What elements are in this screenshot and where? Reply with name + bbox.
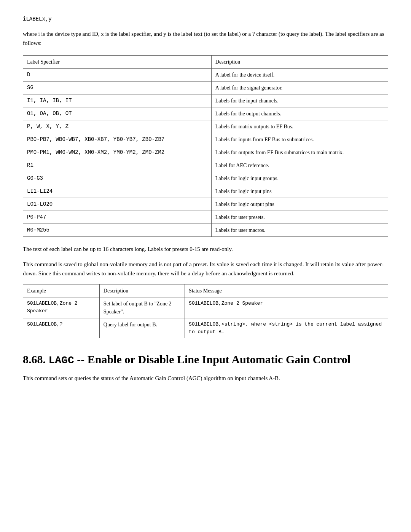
example-table-row: S01LABELOB,Zone 2 SpeakerSet label of ou… bbox=[23, 297, 388, 318]
intro-paragraph: where i is the device type and ID, x is … bbox=[23, 29, 388, 48]
command-syntax: iLABELx,y bbox=[23, 15, 388, 23]
label-specifier-cell: P, W, X, Y, Z bbox=[23, 120, 212, 133]
label-description-cell: Labels for user macros. bbox=[211, 224, 388, 237]
section-title: -- Enable or Disable Line Input Automati… bbox=[77, 353, 350, 366]
label-specifier-cell: G0-G3 bbox=[23, 172, 212, 185]
label-table-row: I1, IA, IB, ITLabels for the input chann… bbox=[23, 94, 388, 107]
label-description-cell: Labels for the output channels. bbox=[211, 107, 388, 120]
note2: This command is saved to global non-vola… bbox=[23, 260, 388, 278]
label-table-row: PM0-PM1, WM0-WM2, XM0-XM2, YM0-YM2, ZM0-… bbox=[23, 146, 388, 159]
label-table-row: O1, OA, OB, OTLabels for the output chan… bbox=[23, 107, 388, 120]
label-description-col-header: Description bbox=[211, 56, 388, 69]
label-specifier-cell: P0-P47 bbox=[23, 211, 212, 224]
label-table-row: P0-P47Labels for user presets. bbox=[23, 211, 388, 224]
label-specifier-cell: M0-M255 bbox=[23, 224, 212, 237]
label-specifier-cell: I1, IA, IB, IT bbox=[23, 94, 212, 107]
label-description-cell: A label for the device itself. bbox=[211, 69, 388, 81]
label-table-row: M0-M255Labels for user macros. bbox=[23, 224, 388, 237]
label-table-row: R1Label for AEC reference. bbox=[23, 159, 388, 172]
label-specifier-cell: O1, OA, OB, OT bbox=[23, 107, 212, 120]
example-table-row: S01LABELOB,?Query label for output B.S01… bbox=[23, 318, 388, 338]
label-table-row: G0-G3Labels for logic input groups. bbox=[23, 172, 388, 185]
label-specifier-cell: SG bbox=[23, 81, 212, 94]
label-description-cell: Labels for outputs from EF Bus submatric… bbox=[211, 146, 388, 159]
label-specifier-col-header: Label Specifier bbox=[23, 56, 212, 69]
example-col-header: Example bbox=[23, 284, 100, 297]
label-table-row: SGA label for the signal generator. bbox=[23, 81, 388, 94]
description-col-header: Description bbox=[99, 284, 185, 297]
section-command: LAGC bbox=[49, 355, 74, 366]
section-number: 8.68. bbox=[23, 353, 46, 366]
label-specifier-cell: LO1-LO20 bbox=[23, 198, 212, 211]
label-description-cell: Labels for logic output pins bbox=[211, 198, 388, 211]
label-specifier-cell: PB0-PB7, WB0-WB7, XB0-XB7, YB0-YB7, ZB0-… bbox=[23, 133, 212, 146]
label-specifier-cell: D bbox=[23, 69, 212, 81]
label-description-cell: A label for the signal generator. bbox=[211, 81, 388, 94]
label-specifier-cell: R1 bbox=[23, 159, 212, 172]
label-description-cell: Labels for logic input groups. bbox=[211, 172, 388, 185]
example-cell: S01LABELOB,? bbox=[23, 318, 100, 338]
label-description-cell: Labels for user presets. bbox=[211, 211, 388, 224]
label-description-cell: Label for AEC reference. bbox=[211, 159, 388, 172]
label-table-row: LI1-LI24Labels for logic input pins bbox=[23, 185, 388, 198]
status-cell: S01LABELOB,Zone 2 Speaker bbox=[185, 297, 388, 318]
label-table-row: P, W, X, Y, ZLabels for matrix outputs t… bbox=[23, 120, 388, 133]
status-cell: S01LABELOB,<string>, where <string> is t… bbox=[185, 318, 388, 338]
label-table-row: PB0-PB7, WB0-WB7, XB0-XB7, YB0-YB7, ZB0-… bbox=[23, 133, 388, 146]
section-heading: 8.68. LAGC -- Enable or Disable Line Inp… bbox=[23, 352, 388, 367]
example-cell: S01LABELOB,Zone 2 Speaker bbox=[23, 297, 100, 318]
example-table: ExampleDescriptionStatus MessageS01LABEL… bbox=[23, 284, 388, 338]
label-description-cell: Labels for matrix outputs to EF Bus. bbox=[211, 120, 388, 133]
label-description-cell: Labels for inputs from EF Bus to submatr… bbox=[211, 133, 388, 146]
label-specifier-cell: PM0-PM1, WM0-WM2, XM0-XM2, YM0-YM2, ZM0-… bbox=[23, 146, 212, 159]
label-specifier-table: Label SpecifierDescriptionDA label for t… bbox=[23, 55, 388, 237]
label-table-row: DA label for the device itself. bbox=[23, 69, 388, 81]
status-col-header: Status Message bbox=[185, 284, 388, 297]
label-table-row: LO1-LO20Labels for logic output pins bbox=[23, 198, 388, 211]
description-cell: Set label of output B to "Zone 2 Speaker… bbox=[99, 297, 185, 318]
label-specifier-cell: LI1-LI24 bbox=[23, 185, 212, 198]
label-description-cell: Labels for logic input pins bbox=[211, 185, 388, 198]
label-description-cell: Labels for the input channels. bbox=[211, 94, 388, 107]
note1: The text of each label can be up to 16 c… bbox=[23, 244, 388, 254]
description-cell: Query label for output B. bbox=[99, 318, 185, 338]
section-body: This command sets or queries the status … bbox=[23, 374, 388, 383]
